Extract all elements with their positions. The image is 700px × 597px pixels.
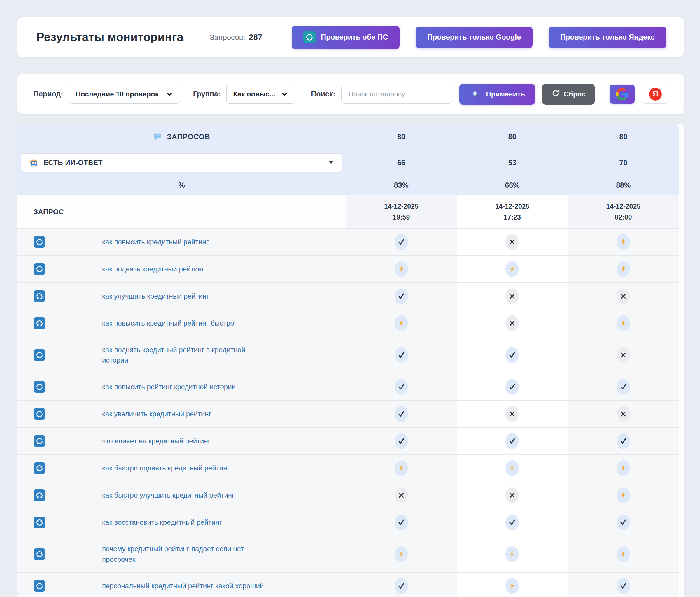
query-text[interactable]: как повысить кредитный рейтинг быстро	[102, 318, 234, 329]
status-bolt-icon[interactable]	[617, 261, 630, 277]
status-check-icon[interactable]	[395, 288, 408, 304]
status-cell	[457, 229, 568, 255]
check-google-button[interactable]: Проверить только Google	[416, 27, 532, 48]
status-cell	[346, 283, 457, 310]
query-text[interactable]: как восстановить кредитный рейтинг	[102, 517, 222, 528]
status-bolt-icon[interactable]	[617, 234, 630, 250]
status-cross-icon[interactable]	[617, 406, 630, 422]
status-check-icon[interactable]	[617, 379, 630, 395]
refresh-icon	[303, 31, 316, 44]
status-check-icon[interactable]	[505, 433, 519, 449]
query-text[interactable]: как улучшить кредитный рейтинг	[102, 291, 209, 302]
chevron-down-icon	[166, 90, 173, 98]
table-row: как быстро улучшить кредитный рейтинг	[18, 482, 679, 509]
check-yandex-button[interactable]: Проверить только Яндекс	[549, 27, 667, 48]
status-check-icon[interactable]	[395, 578, 408, 594]
table-row: как повысить рейтинг кредитной истории	[18, 373, 679, 400]
status-bolt-icon[interactable]	[505, 261, 519, 277]
group-label: Группа:	[193, 90, 221, 98]
status-check-icon[interactable]	[505, 347, 519, 363]
status-cross-icon[interactable]	[395, 487, 408, 503]
status-check-icon[interactable]	[617, 515, 630, 530]
status-bolt-icon[interactable]	[395, 460, 408, 476]
status-bolt-icon[interactable]	[505, 546, 519, 562]
status-cross-icon[interactable]	[505, 487, 519, 503]
status-bolt-icon[interactable]	[617, 487, 630, 503]
status-cross-icon[interactable]	[505, 288, 519, 304]
refresh-query-button[interactable]	[33, 408, 45, 420]
query-text[interactable]: как поднять кредитный рейтинг	[102, 264, 204, 274]
status-bolt-icon[interactable]	[395, 315, 408, 331]
refresh-query-button[interactable]	[33, 349, 45, 361]
status-bolt-icon[interactable]	[617, 546, 630, 562]
query-text[interactable]: как быстро улучшить кредитный рейтинг	[102, 490, 234, 500]
refresh-query-button[interactable]	[33, 290, 45, 302]
query-cell: почему кредитный рейтинг падает если нет…	[18, 536, 346, 572]
query-text[interactable]: как увеличить кредитный рейтинг	[102, 409, 211, 419]
query-text[interactable]: как поднять кредитный рейтинг в кредитно…	[102, 344, 271, 366]
query-cell: как восстановить кредитный рейтинг	[18, 509, 346, 536]
query-text[interactable]: почему кредитный рейтинг падает если нет…	[102, 544, 271, 565]
refresh-query-button[interactable]	[33, 317, 45, 329]
query-cell: что влияет на кредитный рейтинг	[18, 427, 346, 455]
search-input[interactable]	[341, 84, 452, 104]
refresh-query-button[interactable]	[33, 462, 45, 474]
status-check-icon[interactable]	[395, 515, 408, 530]
status-check-icon[interactable]	[395, 234, 408, 250]
status-bolt-icon[interactable]	[505, 460, 519, 476]
refresh-query-button[interactable]	[33, 517, 45, 528]
status-check-icon[interactable]	[395, 406, 408, 422]
refresh-query-button[interactable]	[33, 580, 45, 592]
query-text[interactable]: как быстро поднять кредитный рейтинг	[102, 463, 229, 473]
refresh-query-button[interactable]	[33, 381, 45, 393]
status-cross-icon[interactable]	[505, 406, 519, 422]
group-select[interactable]: Как повыс...	[226, 84, 295, 104]
status-check-icon[interactable]	[395, 379, 408, 395]
table-header-row-ai: ЕСТЬ ИИ-ОТВЕТ 66 53 70	[18, 150, 679, 175]
query-text[interactable]: как повысить рейтинг кредитной истории	[102, 382, 236, 392]
refresh-query-button[interactable]	[33, 548, 45, 560]
refresh-query-button[interactable]	[33, 489, 45, 501]
status-cell	[457, 482, 568, 509]
status-cross-icon[interactable]	[505, 315, 519, 331]
refresh-query-button[interactable]	[33, 263, 45, 275]
requests-counter: Запросов: 287	[210, 33, 262, 42]
ai-answer-select[interactable]: ЕСТЬ ИИ-ОТВЕТ	[21, 153, 342, 172]
status-cell	[568, 310, 679, 337]
check-both-label: Проверить обе ПС	[321, 33, 388, 42]
check-date: 14-12-2025	[606, 203, 641, 210]
status-check-icon[interactable]	[395, 347, 408, 363]
check-date: 14-12-2025	[495, 203, 530, 210]
status-bolt-icon[interactable]	[395, 261, 408, 277]
yandex-toggle-button[interactable]: Я	[643, 84, 668, 104]
refresh-query-button[interactable]	[33, 435, 45, 447]
check-both-button[interactable]: Проверить обе ПС	[292, 26, 400, 49]
query-text[interactable]: как повысить кредитный рейтинг	[102, 237, 209, 247]
caret-down-icon	[328, 159, 334, 166]
status-bolt-icon[interactable]	[617, 315, 630, 331]
status-cell	[457, 572, 568, 597]
query-text[interactable]: что влияет на кредитный рейтинг	[102, 436, 210, 446]
status-check-icon[interactable]	[505, 515, 519, 530]
table-row: что влияет на кредитный рейтинг	[18, 427, 679, 455]
status-cross-icon[interactable]	[617, 288, 630, 304]
requests-count: 287	[249, 33, 262, 42]
status-bolt-icon[interactable]	[505, 578, 519, 594]
refresh-query-button[interactable]	[33, 236, 45, 248]
status-bolt-icon[interactable]	[395, 546, 408, 562]
query-column-header: ЗАПРОС	[18, 195, 346, 228]
query-text[interactable]: персональный кредитный рейтинг какой хор…	[102, 581, 264, 591]
period-select[interactable]: Последние 10 проверок	[69, 84, 180, 104]
reset-button[interactable]: Сброс	[542, 84, 595, 105]
status-check-icon[interactable]	[617, 433, 630, 449]
apply-button[interactable]: Применить	[459, 84, 535, 105]
status-cross-icon[interactable]	[505, 234, 519, 250]
google-toggle-button[interactable]	[609, 84, 635, 104]
status-check-icon[interactable]	[395, 433, 408, 449]
status-bolt-icon[interactable]	[617, 460, 630, 476]
status-check-icon[interactable]	[617, 578, 630, 594]
status-check-icon[interactable]	[505, 379, 519, 395]
header-card: Результаты мониторинга Запросов: 287 Про…	[18, 18, 684, 57]
status-cell	[568, 572, 679, 597]
status-cross-icon[interactable]	[617, 347, 630, 363]
